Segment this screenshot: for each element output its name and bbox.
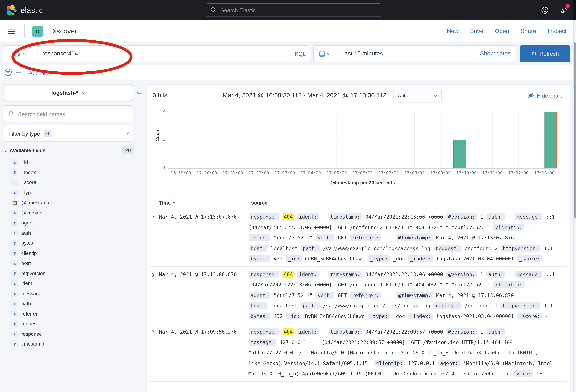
source-field-badge: ident: <box>297 328 319 335</box>
document-table: Mar 4, 2021 @ 17:13:07.876response: 404 … <box>150 209 567 381</box>
field-item[interactable]: tpath <box>4 299 145 309</box>
source-line: agent: "curl/7.52.1" verb: GET referrer:… <box>248 290 567 300</box>
filter-icon[interactable] <box>4 68 12 77</box>
field-item[interactable]: trequest <box>4 319 145 329</box>
field-item[interactable]: tclientip <box>4 248 145 258</box>
chevron-down-icon <box>23 51 27 55</box>
header-action-open[interactable]: Open <box>495 28 509 34</box>
show-dates-button[interactable]: Show dates <box>480 50 516 57</box>
discover-app-badge[interactable]: D <box>32 26 43 37</box>
query-input[interactable]: response:404 KQL <box>3 45 311 62</box>
expand-row-button[interactable] <box>150 327 159 379</box>
field-item[interactable]: t_index <box>4 167 145 177</box>
field-item[interactable]: thost <box>4 258 145 268</box>
header-action-inspect[interactable]: Inspect <box>548 28 567 34</box>
source-text: Mar 4, 2021 @ 17:13:06.870 <box>433 292 514 298</box>
notification-dot <box>565 4 570 8</box>
chevron-right-icon <box>151 330 154 334</box>
elastic-logo[interactable]: elastic <box>0 4 43 16</box>
query-text[interactable]: response:404 <box>37 50 290 57</box>
source-text: 1.1 <box>541 303 553 308</box>
query-language-button[interactable]: KQL <box>290 46 310 62</box>
highlighted-value: 404 <box>283 213 294 220</box>
header-action-save[interactable]: Save <box>470 28 483 34</box>
source-line: response: 404 ident: - timestamp: 04/Mar… <box>248 212 567 222</box>
global-search-placeholder: Search Elastic <box>220 7 256 13</box>
source-field-badge: _type: <box>368 255 390 262</box>
source-text: 127.0.0.1 - - [04/Mar/2021:22:09:57 +000… <box>277 339 513 345</box>
source-text: Mac OS X 10_15_6) AppleWebKit/605.1.15 (… <box>248 370 514 376</box>
source-text: /var/www/example.com/logs/access.log <box>320 245 433 251</box>
add-filter-button[interactable]: + Add filter <box>24 69 50 76</box>
source-text: 1.1 <box>541 245 553 251</box>
hide-chart-button[interactable]: Hide chart <box>527 92 562 99</box>
source-line: response: 404 ident: - timestamp: 04/Mar… <box>248 269 567 280</box>
field-item[interactable]: tauth <box>4 228 145 238</box>
source-field-badge: message: <box>515 213 543 220</box>
field-item[interactable]: tident <box>4 278 145 288</box>
saved-query-menu-button[interactable] <box>3 46 38 62</box>
row-time: Mar 4, 2021 @ 17:09:58.278 <box>159 327 248 379</box>
date-quick-select-button[interactable] <box>314 46 335 62</box>
source-text: "-" <box>381 292 396 298</box>
source-text <box>294 214 297 220</box>
newsfeed-icon[interactable] <box>560 6 568 14</box>
field-item[interactable]: tbytes <box>4 238 145 248</box>
field-item[interactable]: tagent <box>4 218 145 228</box>
field-name: agent <box>21 220 34 226</box>
collapse-sidebar-icon[interactable]: ⇐ <box>137 89 142 96</box>
field-item[interactable]: tmessage <box>4 288 145 299</box>
field-item[interactable]: thttpversion <box>4 268 145 278</box>
time-range-value[interactable]: Last 15 minutes <box>335 50 383 57</box>
source-text: - <box>542 256 548 261</box>
field-name: auth <box>21 230 31 236</box>
field-type-text-icon: t <box>11 230 19 236</box>
field-search-input[interactable]: Search field names <box>4 105 133 122</box>
source-text: localhost <box>268 245 301 251</box>
source-text: - <box>506 329 512 335</box>
scrollbar-thumb[interactable] <box>574 42 576 219</box>
source-field-badge: message: <box>249 339 276 345</box>
field-item[interactable]: t_id <box>4 157 145 167</box>
field-item[interactable]: t@version <box>4 208 145 218</box>
row-time: Mar 4, 2021 @ 17:13:06.870 <box>159 269 248 321</box>
chart-gridline-y <box>168 112 557 112</box>
field-item[interactable]: ttimestamp <box>4 339 145 349</box>
field-type-text-icon: t <box>11 169 19 176</box>
global-search-input[interactable]: Search Elastic <box>206 3 381 17</box>
available-fields-header[interactable]: Available fields 20 <box>4 146 134 154</box>
chart-bar[interactable] <box>454 140 466 168</box>
help-icon[interactable] <box>541 6 549 14</box>
source-text: Mar 4, 2021 @ 17:13:07.876 <box>433 235 514 241</box>
source-field-badge: bytes: <box>249 255 270 262</box>
app-header: D Discover NewSaveOpenShareInspect <box>0 20 576 42</box>
expand-row-button[interactable] <box>150 269 159 321</box>
header-action-new[interactable]: New <box>447 28 459 34</box>
interval-select[interactable]: Auto <box>393 88 441 103</box>
filter-by-type-dropdown[interactable]: Filter by type 0 <box>4 125 133 142</box>
field-type-text-icon: t <box>11 250 19 256</box>
field-name: request <box>21 321 38 327</box>
source-text: GET <box>534 370 546 376</box>
field-item[interactable]: @timestamp <box>4 198 145 208</box>
refresh-button[interactable]: ↻ Refresh <box>520 45 570 62</box>
source-field-badge: clientip: <box>494 224 524 230</box>
index-pattern-selector[interactable]: logstash-* <box>4 84 133 101</box>
field-type-number-icon: # <box>11 179 19 186</box>
field-count-badge: 20 <box>122 146 134 154</box>
source-text: ::1 - - <box>543 214 567 220</box>
type-filter-count-badge: 0 <box>44 130 51 137</box>
chart-bar[interactable] <box>545 112 557 168</box>
time-column-header[interactable]: Time ▼ <box>159 200 248 206</box>
field-item[interactable]: t_type <box>4 188 145 198</box>
menu-icon[interactable] <box>8 27 15 35</box>
field-item[interactable]: tresponse <box>4 329 145 339</box>
source-text: 1 <box>477 329 486 335</box>
field-item[interactable]: treferrer <box>4 309 145 319</box>
header-action-share[interactable]: Share <box>520 28 536 34</box>
chevron-down-icon <box>3 147 7 152</box>
field-item[interactable]: #_score <box>4 177 145 188</box>
expand-row-button[interactable] <box>150 212 159 264</box>
source-text: [04/Mar/2021:22:13:06 +0000] "GET /notfo… <box>248 224 493 230</box>
field-name: _type <box>21 190 33 196</box>
